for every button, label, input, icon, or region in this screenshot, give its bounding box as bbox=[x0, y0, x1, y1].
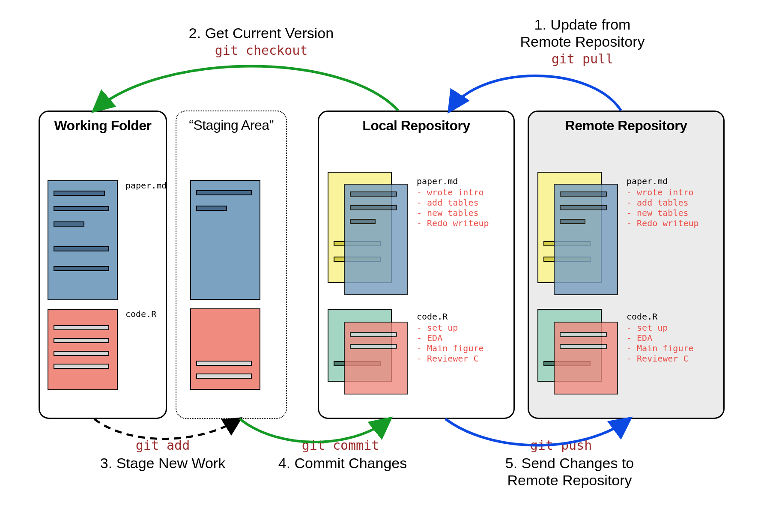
file-paper-name-working: paper.md bbox=[125, 180, 167, 191]
file-paper-name-local: paper.md bbox=[417, 176, 458, 186]
step-5a-label: 5. Send Changes to bbox=[484, 455, 655, 472]
file-paper-history-local: - wrote intro - add tables - new tables … bbox=[417, 187, 489, 228]
step-4-label: 4. Commit Changes bbox=[257, 455, 428, 472]
cmd-push: git push bbox=[514, 438, 608, 453]
panel-local-title: Local Repository bbox=[325, 118, 507, 134]
file-paper-local-v2 bbox=[344, 184, 408, 295]
cmd-add: git add bbox=[116, 438, 210, 453]
file-code-name-working: code.R bbox=[125, 309, 156, 319]
panel-local-repo: Local Repository paper.md - wrote intro … bbox=[318, 111, 515, 419]
step-5b-label: Remote Repository bbox=[484, 472, 655, 489]
file-paper-remote-v2 bbox=[554, 184, 618, 295]
file-paper-staging bbox=[190, 180, 260, 300]
file-paper-history-remote: - wrote intro - add tables - new tables … bbox=[627, 187, 699, 228]
panel-working-title: Working Folder bbox=[46, 118, 160, 134]
arrow-pull bbox=[450, 76, 621, 111]
step-3-label: 3. Stage New Work bbox=[77, 455, 248, 472]
file-paper-working bbox=[48, 180, 118, 300]
arrow-add bbox=[94, 419, 240, 439]
file-code-working bbox=[48, 309, 118, 390]
cmd-checkout: git checkout bbox=[197, 43, 325, 58]
step-1a-label: 1. Update from bbox=[505, 16, 660, 33]
step-2-label: 2. Get Current Version bbox=[171, 25, 351, 42]
file-code-remote-v2 bbox=[554, 322, 618, 395]
file-code-history-remote: - set up - EDA - Main figure - Reviewer … bbox=[627, 323, 694, 364]
panel-staging-title: “Staging Area” bbox=[182, 117, 280, 133]
arrow-checkout bbox=[94, 66, 398, 111]
file-code-name-local: code.R bbox=[417, 311, 448, 322]
cmd-commit: git commit bbox=[285, 438, 396, 453]
file-code-history-local: - set up - EDA - Main figure - Reviewer … bbox=[417, 323, 484, 364]
panel-remote-title: Remote Repository bbox=[535, 118, 717, 134]
panel-working-folder: Working Folder paper.md code.R bbox=[39, 111, 167, 419]
panel-remote-repo: Remote Repository paper.md - wrote intro… bbox=[528, 111, 725, 419]
cmd-pull: git pull bbox=[535, 51, 630, 66]
file-paper-name-remote: paper.md bbox=[627, 176, 668, 186]
file-code-local-v2 bbox=[344, 322, 408, 395]
panel-staging-area: “Staging Area” bbox=[176, 111, 287, 419]
file-code-staging bbox=[190, 308, 260, 390]
file-code-name-remote: code.R bbox=[627, 311, 657, 322]
step-1b-label: Remote Repository bbox=[505, 33, 660, 50]
